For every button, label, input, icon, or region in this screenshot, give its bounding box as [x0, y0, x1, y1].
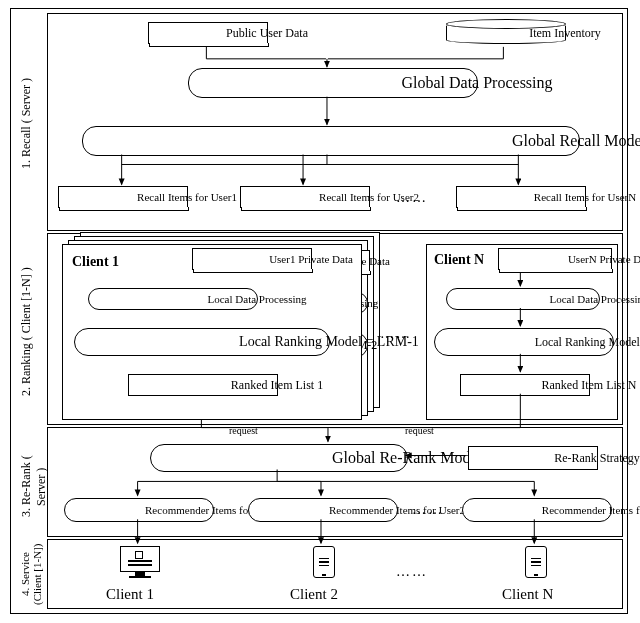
box-rec-items-user2: Recommender Items for User2 — [248, 498, 398, 522]
box-rerank-strategy: Re-Rank Strategy — [468, 446, 598, 470]
label-service-client2: Client 2 — [290, 586, 338, 603]
box-rec-items-userN: Recommender Items for UserN — [462, 498, 612, 522]
box-local-data-processing-1: Local Data Processing — [88, 288, 258, 310]
phone-icon-2 — [302, 546, 346, 580]
box-global-data-processing: Global Data Processing — [188, 68, 478, 98]
box-global-rerank-model: Global Re-Rank Model — [150, 444, 408, 472]
box-rec-items-user1: Recommender Items for User1 — [64, 498, 214, 522]
label-service-client1: Client 1 — [106, 586, 154, 603]
box-user1-private-data: User1 Private Data — [192, 248, 312, 270]
box-ranked-item-list-N: Ranked Item List N — [460, 374, 590, 396]
ellipsis-rec: …… — [412, 502, 444, 518]
box-lrm-1: Local Ranking Model = LRM-1 — [74, 328, 330, 356]
monitor-icon — [118, 546, 162, 580]
section-service: Client 1 Client 2 …… Client N — [47, 539, 623, 609]
label-client1: Client 1 — [72, 254, 119, 270]
section-ranking: vate Data ssing M-2 Client 1 User1 Priva… — [47, 233, 623, 425]
box-local-data-processing-N: Local Data Processing — [446, 288, 600, 310]
box-userN-private-data: UserN Private Data — [498, 248, 612, 270]
side-label-ranking: 2. Ranking ( Client [1-N] ) — [19, 247, 34, 417]
side-label-recall: 1. Recall ( Server ) — [19, 29, 34, 219]
section-recall: Public User Data Item Inventory Global D… — [47, 13, 623, 231]
box-lrm-N: Local Ranking Model = LRM-N — [434, 328, 614, 356]
box-recall-items-userN: Recall Items for UserN — [456, 186, 586, 208]
box-recall-items-user1: Recall Items for User1 — [58, 186, 188, 208]
label-clientN: Client N — [434, 252, 484, 268]
cylinder-item-inventory: Item Inventory — [446, 22, 566, 44]
section-rerank: Global Re-Rank Model Re-Rank Strategy Re… — [47, 427, 623, 537]
label-service-clientN: Client N — [502, 586, 553, 603]
box-public-user-data: Public User Data — [148, 22, 268, 44]
ellipsis-service: …… — [396, 564, 428, 580]
box-recall-items-user2: Recall Items for User2 — [240, 186, 370, 208]
phone-icon-N — [514, 546, 558, 580]
box-ranked-item-list-1: Ranked Item List 1 — [128, 374, 278, 396]
ellipsis-recall: …… — [396, 190, 428, 206]
box-global-recall-model: Global Recall Model — [82, 126, 580, 156]
side-label-service: 4. Service (Client [1-N]) — [19, 543, 43, 605]
side-label-rerank: 3. Re-Rank ( Server ) — [19, 439, 49, 534]
